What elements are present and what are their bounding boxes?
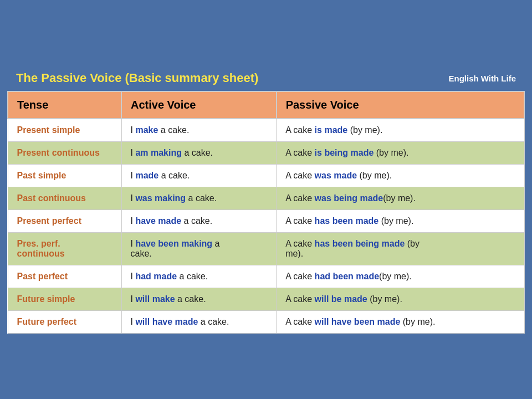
passive-cell-future-perfect: A cake will have been made (by me). [277,311,524,334]
passive-text: A cake had been made(by me). [285,272,412,281]
passive-text: A cake is made (by me). [285,125,382,135]
col-header-passive: Passive Voice [277,91,524,119]
passive-text: A cake will have been made (by me). [285,317,435,326]
tense-label: Future perfect [17,317,77,326]
passive-text: A cake has been being made (byme). [285,239,420,258]
active-verb: will make [135,294,175,304]
active-verb: was making [135,193,186,203]
active-text: I have been making acake. [131,239,220,258]
tense-cell-present-perfect: Present perfect [8,210,121,233]
active-verb: have made [135,216,181,226]
active-cell-present-simple: I make a cake. [121,119,277,142]
active-text: I will have made a cake. [131,317,229,326]
passive-text: A cake has been made (by me). [285,216,413,226]
active-verb: am making [135,148,182,157]
passive-cell-past-simple: A cake was made (by me). [277,165,524,187]
tense-cell-past-simple: Past simple [8,165,121,187]
passive-cell-present-continuous: A cake is being made (by me). [277,142,524,165]
passive-cell-past-continuous: A cake was being made(by me). [277,187,524,210]
active-verb: will have made [135,317,198,326]
tense-label: Present perfect [17,216,82,226]
active-text: I had made a cake. [131,272,208,281]
passive-verb: was being made [315,193,383,203]
brand-label: English With Life [448,74,516,83]
active-cell-future-simple: I will make a cake. [121,288,277,311]
passive-cell-present-simple: A cake is made (by me). [277,119,524,142]
table-row: Past continuousI was making a cake.A cak… [8,187,524,210]
passive-verb: is made [315,125,348,135]
passive-text: A cake will be made (by me). [285,294,402,304]
passive-verb: had been made [315,272,379,281]
tense-label: Pres. perf.continuous [17,239,65,258]
tense-cell-present-continuous: Present continuous [8,142,121,165]
active-verb: made [135,171,158,180]
passive-verb: will have been made [315,317,401,326]
active-cell-past-continuous: I was making a cake. [121,187,277,210]
active-text: I have made a cake. [131,216,213,226]
table-row: Past simpleI made a cake.A cake was made… [8,165,524,187]
passive-text: A cake was being made(by me). [285,193,416,203]
title-bar: The Passive Voice (Basic summary sheet) … [7,65,525,91]
active-cell-present-perfect: I have made a cake. [121,210,277,233]
tense-cell-past-continuous: Past continuous [8,187,121,210]
passive-voice-table: Tense Active Voice Passive Voice Present… [7,91,525,334]
tense-cell-future-perfect: Future perfect [8,311,121,334]
tense-label: Future simple [17,294,75,304]
active-cell-present-continuous: I am making a cake. [121,142,277,165]
tense-cell-present-simple: Present simple [8,119,121,142]
passive-text: A cake is being made (by me). [285,148,408,157]
tense-label: Present continuous [17,148,100,157]
passive-cell-present-perfect: A cake has been made (by me). [277,210,524,233]
passive-cell-pres-perf-continuous: A cake has been being made (byme). [277,233,524,265]
tense-cell-pres-perf-continuous: Pres. perf.continuous [8,233,121,265]
table-row: Future perfectI will have made a cake.A … [8,311,524,334]
col-header-active: Active Voice [121,91,277,119]
table-row: Past perfectI had made a cake.A cake had… [8,265,524,288]
passive-cell-past-perfect: A cake had been made(by me). [277,265,524,288]
passive-verb: is being made [315,148,374,157]
table-header-row: Tense Active Voice Passive Voice [8,91,524,119]
passive-text: A cake was made (by me). [285,171,392,180]
active-text: I was making a cake. [131,193,217,203]
tense-cell-past-perfect: Past perfect [8,265,121,288]
active-text: I made a cake. [131,171,190,180]
active-verb: had made [135,272,177,281]
passive-verb: will be made [315,294,367,304]
active-verb: make [135,125,158,135]
tense-cell-future-simple: Future simple [8,288,121,311]
page-title: The Passive Voice (Basic summary sheet) [16,71,258,85]
active-cell-pres-perf-continuous: I have been making acake. [121,233,277,265]
active-text: I am making a cake. [131,148,213,157]
passive-verb: has been made [315,216,379,226]
passive-cell-future-simple: A cake will be made (by me). [277,288,524,311]
active-text: I make a cake. [131,125,190,135]
table-row: Present continuousI am making a cake.A c… [8,142,524,165]
table-row: Present simpleI make a cake.A cake is ma… [8,119,524,142]
tense-label: Past perfect [17,272,68,281]
col-header-tense: Tense [8,91,121,119]
tense-label: Present simple [17,125,80,135]
passive-verb: was made [315,171,357,180]
table-row: Present perfectI have made a cake.A cake… [8,210,524,233]
tense-label: Past simple [17,171,66,180]
table-row: Future simpleI will make a cake.A cake w… [8,288,524,311]
active-verb: have been making [135,239,212,248]
passive-verb: has been being made [315,239,405,248]
tense-label: Past continuous [17,193,86,203]
active-cell-past-perfect: I had made a cake. [121,265,277,288]
active-cell-past-simple: I made a cake. [121,165,277,187]
active-text: I will make a cake. [131,294,206,304]
active-cell-future-perfect: I will have made a cake. [121,311,277,334]
table-row: Pres. perf.continuousI have been making … [8,233,524,265]
main-container: The Passive Voice (Basic summary sheet) … [6,64,526,335]
